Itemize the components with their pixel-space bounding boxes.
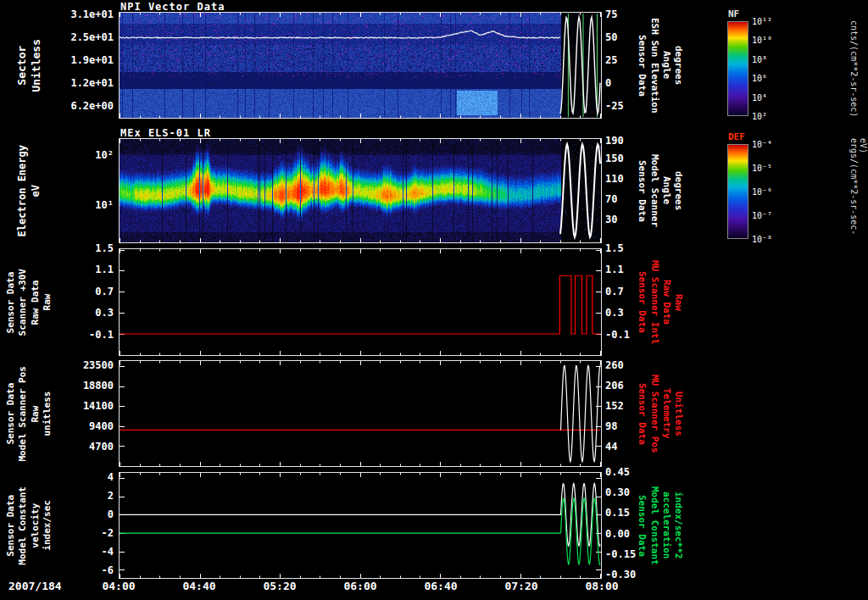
tick-label: 1.1 (95, 264, 114, 275)
tick-label: 1.1 (605, 264, 624, 275)
axis-label-line: Unitless (30, 39, 44, 92)
colorbar-tick-label: 10⁴ (752, 93, 767, 103)
axis-label-line: Sensor Data (636, 375, 648, 453)
scannerpos-plot-area (119, 360, 602, 467)
axis-label-line: Sensor Data (636, 486, 648, 565)
tick-label: 206 (605, 380, 624, 392)
axis-label-line: Model Constant (18, 486, 30, 565)
npi-left-tick-labels: 3.1e+012.5e+011.9e+011.2e+016.2e+00 (56, 12, 115, 119)
colorbar-def-title: DEF (728, 131, 745, 142)
scanner30v-left-tick-labels: 1.51.10.70.3-0.1 (56, 248, 115, 356)
tick-label: 70 (605, 193, 617, 205)
tick-label: 0 (108, 508, 114, 520)
tick-label: 150 (605, 153, 624, 164)
els-left-axis-label-text: Electron Energy eV (16, 145, 42, 236)
tick-label: 98 (605, 420, 617, 432)
axis-label-line: degrees (672, 154, 684, 227)
colorbar-def (727, 144, 748, 239)
colorbar-nf-title: NF (728, 8, 739, 19)
panel-scanner-30v: Sensor Data Scanner +30V Raw Data Raw 1.… (0, 248, 868, 356)
tick-label: -6 (102, 564, 114, 576)
time-tick-label: 04:40 (172, 580, 226, 592)
tick-label: 3.1e+01 (70, 8, 114, 20)
axis-label-line: index/sec (42, 486, 53, 565)
colorbar-tick-label: 10⁻⁷ (752, 211, 772, 220)
axis-label-line: Unitless (672, 375, 684, 453)
tick-label: 9400 (89, 420, 114, 432)
axis-label-line: Raw (30, 366, 42, 462)
npi-right-axis-label-text: Sensor Data ESH Sun Elevation Angle degr… (636, 18, 684, 114)
axis-label-line: Raw Data (660, 260, 672, 344)
axis-label-line: Angle (660, 18, 672, 114)
tick-label: 44 (605, 441, 617, 453)
tick-label: 50 (605, 31, 617, 43)
tick-label: 4 (108, 471, 114, 483)
axis-label-line: index/sec**2 (672, 486, 684, 565)
scanner30v-left-axis-label: Sensor Data Scanner +30V Raw Data Raw (2, 248, 58, 356)
scanner30v-plot-area (119, 248, 602, 356)
axis-label-line: Raw (672, 260, 684, 344)
els-spectrogram-canvas (120, 139, 601, 242)
axis-label-line: Sector (15, 39, 30, 92)
colorbar-nf (727, 21, 748, 116)
tick-label: 0.00 (605, 528, 630, 540)
tick-label: 152 (605, 400, 624, 412)
scanner30v-right-axis-label: Sensor Data MU Scanner Intl Raw Data Raw (636, 248, 687, 356)
axis-label-line: MU Scanner Intl (648, 260, 659, 344)
panel-title-npi: NPI Vector Data (120, 1, 225, 13)
axis-label-line: velocity (30, 486, 42, 565)
tick-label: 0.3 (605, 307, 624, 319)
tick-label: 0 (605, 77, 611, 89)
colorbar-tick-label: 10⁻⁸ (752, 235, 772, 244)
panel-title-els: MEx ELS-01 LR (120, 127, 211, 139)
colorbar-def-tick-labels: 10⁻⁴10⁻⁵10⁻⁶10⁻⁷10⁻⁸ (752, 144, 791, 239)
scannerpos-right-tick-labels: 2602061529844 (605, 360, 637, 467)
modelconst-right-tick-labels: 0.450.300.150.00-0.15-0.30 (605, 472, 637, 579)
npi-right-axis-label: Sensor Data ESH Sun Elevation Angle degr… (636, 12, 687, 119)
colorbar-tick-label: 10⁻⁴ (752, 140, 772, 149)
tick-label: -0.15 (605, 548, 636, 560)
tick-label: -0.1 (605, 329, 630, 341)
modelconst-left-axis-label-text: Sensor Data Model Constant velocity inde… (5, 486, 53, 565)
scanner30v-right-tick-labels: 1.51.10.70.3-0.1 (605, 248, 637, 356)
tick-label: 0.7 (95, 286, 114, 297)
tick-label: -2 (102, 527, 114, 539)
tick-label: 4700 (89, 441, 114, 453)
panel-scanner-pos: Sensor Data Model Scanner Pos Raw unitle… (0, 360, 868, 467)
axis-label-line: Sensor Data (5, 486, 17, 565)
tick-label: 23500 (83, 359, 114, 371)
time-tick-label: 05:20 (253, 580, 307, 592)
tick-label: 6.2e+00 (70, 100, 114, 112)
els-left-axis-label: Electron Energy eV (2, 138, 58, 243)
colorbar-tick-label: 10⁶ (752, 74, 767, 83)
axis-label-line: Sensor Data (636, 18, 648, 114)
tick-label: 10² (95, 149, 114, 161)
axis-label-line: Sensor Data (636, 260, 648, 344)
axis-label-line: Sensor Data (5, 269, 17, 336)
tick-label: 25 (605, 54, 617, 66)
scanner30v-right-axis-label-text: Sensor Data MU Scanner Intl Raw Data Raw (636, 260, 684, 344)
axis-label-line: Model Scanner Pos (18, 366, 30, 462)
axis-label-line: Sensor Data (5, 366, 17, 462)
axis-label-line: Raw Data (30, 269, 42, 336)
tick-label: 14100 (83, 400, 114, 412)
axis-label-line: Electron Energy (16, 145, 30, 236)
time-tick-label: 07:20 (494, 580, 548, 592)
scanner30v-left-axis-label-text: Sensor Data Scanner +30V Raw Data Raw (5, 269, 53, 336)
colorbar-tick-label: 10⁻⁵ (752, 164, 772, 173)
tick-label: 260 (605, 359, 624, 371)
tick-label: -4 (102, 546, 114, 558)
date-label: 2007/184 (8, 580, 62, 592)
colorbar-units-text: ergs/(cm**2-sr-sec-eV) (849, 138, 868, 245)
axis-label-line: Telemetry (660, 375, 672, 453)
scannerpos-left-tick-labels: 23500188001410094004700 (56, 360, 115, 467)
colorbar-tick-label: 10¹² (752, 17, 772, 26)
axis-label-line: Model Constant (648, 486, 659, 565)
els-right-tick-labels: 1901501107030 (605, 138, 637, 243)
tick-label: 2.5e+01 (70, 31, 114, 43)
tick-label: 0.3 (95, 307, 114, 319)
colorbar-def-units: ergs/(cm**2-sr-sec-eV) (849, 138, 866, 245)
els-right-axis-label-text: Sensor Data Model Scanner Angle degrees (636, 154, 684, 227)
axis-label-line: ESH Sun Elevation (648, 18, 659, 114)
colorbar-tick-label: 10¹⁰ (752, 36, 772, 45)
